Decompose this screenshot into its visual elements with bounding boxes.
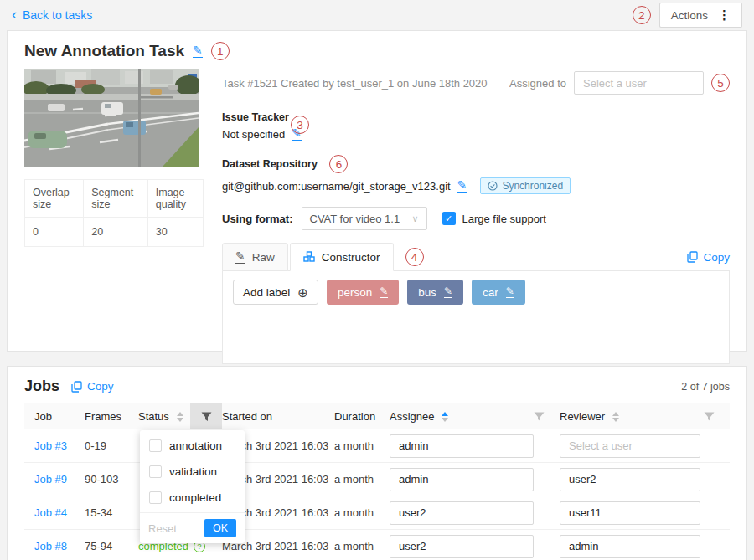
col-assignee[interactable]: Assignee	[390, 403, 560, 429]
col-assignee-label: Assignee	[390, 410, 434, 423]
add-label-button[interactable]: Add label ⊕	[233, 280, 318, 305]
actions-button[interactable]: Actions ⋮	[659, 3, 742, 28]
jobs-table: Job Frames Status Started on Duration As…	[24, 403, 730, 560]
chevron-left-icon: ‹	[12, 7, 17, 22]
job-frames: 75-94	[85, 540, 138, 552]
job-link[interactable]: Job #4	[34, 506, 67, 519]
filter-ok-button[interactable]: OK	[204, 519, 236, 537]
reviewer-input[interactable]	[560, 468, 700, 491]
reviewer-input[interactable]	[560, 501, 700, 525]
reviewer-input[interactable]	[560, 434, 700, 458]
constructor-blocks-icon	[303, 251, 315, 263]
dataset-repository-label: Dataset Repository	[222, 158, 318, 170]
status-sort-carets[interactable]	[177, 412, 183, 422]
plus-circle-icon: ⊕	[297, 286, 308, 299]
col-started: Started on	[222, 403, 334, 429]
filter-option-completed[interactable]: completed	[140, 485, 245, 511]
job-link[interactable]: Job #8	[34, 540, 67, 552]
jobs-count: 2 of 7 jobs	[681, 381, 730, 393]
col-frames: Frames	[85, 403, 138, 429]
edit-title-icon[interactable]: ✎	[193, 44, 203, 58]
labels-copy-button[interactable]: Copy	[687, 251, 730, 264]
col-reviewer-label: Reviewer	[560, 410, 605, 423]
checkbox-validation[interactable]	[149, 465, 162, 478]
assigned-to-input[interactable]	[574, 71, 704, 95]
large-file-label: Large file support	[462, 213, 546, 225]
table-row: Job #3 0-19 March 3rd 2021 16:03 a month	[24, 429, 730, 463]
assignee-input[interactable]	[390, 535, 534, 558]
jobs-copy-button[interactable]: Copy	[71, 380, 114, 393]
copy-icon	[687, 251, 698, 263]
callout-6: 6	[329, 155, 348, 173]
label-bus-name: bus	[418, 286, 436, 299]
filter-option-annotation[interactable]: annotation	[140, 433, 245, 459]
back-to-tasks-link[interactable]: ‹ Back to tasks	[12, 8, 92, 22]
param-value-segment: 20	[84, 218, 148, 247]
col-status[interactable]: Status	[138, 403, 190, 429]
top-bar: ‹ Back to tasks 2 Actions ⋮	[0, 0, 754, 30]
filter-option-validation[interactable]: validation	[140, 459, 245, 485]
job-link[interactable]: Job #3	[34, 439, 67, 452]
back-link-label: Back to tasks	[23, 8, 92, 22]
filter-reset-button[interactable]: Reset	[148, 522, 177, 535]
format-select[interactable]: CVAT for video 1.1 ∨	[302, 207, 427, 230]
jobs-table-header: Job Frames Status Started on Duration As…	[24, 403, 730, 429]
assignee-input[interactable]	[390, 468, 534, 491]
edit-label-icon[interactable]: ✎	[380, 286, 388, 298]
param-value-quality: 30	[147, 218, 203, 247]
status-filter-button[interactable]	[190, 403, 222, 429]
task-title: New Annotation Task	[24, 42, 184, 60]
task-meta: Task #1521 Created by test_user_1 on Jun…	[222, 77, 488, 90]
task-preview-image	[24, 69, 199, 167]
reviewer-sort-carets[interactable]	[612, 412, 619, 422]
sync-badge-label: Synchronized	[502, 180, 563, 192]
checkbox-annotation[interactable]	[149, 439, 162, 452]
col-duration: Duration	[334, 403, 390, 429]
job-link[interactable]: Job #9	[34, 473, 67, 486]
format-select-value: CVAT for video 1.1	[310, 213, 400, 225]
job-duration: a month	[334, 473, 390, 486]
label-tag-person[interactable]: person ✎	[327, 280, 399, 305]
param-header-segment: Segment size	[84, 180, 148, 218]
assignee-sort-carets[interactable]	[442, 412, 448, 422]
labels-copy-label: Copy	[703, 251, 730, 264]
large-file-checkbox[interactable]: ✓	[442, 212, 456, 225]
edit-label-icon[interactable]: ✎	[444, 286, 452, 298]
job-duration: a month	[334, 439, 390, 452]
assignee-filter-button[interactable]	[534, 412, 545, 422]
callout-1: 1	[211, 42, 230, 60]
job-frames: 15-34	[85, 506, 138, 519]
job-duration: a month	[334, 506, 390, 519]
edit-label-icon[interactable]: ✎	[506, 286, 514, 298]
assignee-input[interactable]	[390, 501, 534, 525]
param-header-quality: Image quality	[147, 180, 203, 218]
task-card: New Annotation Task ✎ 1	[7, 30, 747, 352]
tab-raw[interactable]: ✎ Raw	[222, 243, 288, 271]
filter-option-annotation-label: annotation	[169, 439, 222, 452]
sync-status-badge: Synchronized	[480, 177, 571, 194]
callout-5: 5	[711, 74, 730, 92]
tab-constructor[interactable]: Constructor	[290, 243, 394, 271]
job-frames: 90-103	[85, 473, 138, 486]
reviewer-filter-button[interactable]	[704, 412, 715, 422]
label-tag-car[interactable]: car ✎	[472, 280, 525, 305]
copy-icon	[71, 381, 82, 393]
label-person-name: person	[338, 286, 372, 299]
using-format-label: Using format:	[222, 213, 293, 225]
reviewer-input[interactable]	[560, 535, 700, 558]
callout-3: 3	[291, 116, 309, 134]
job-duration: a month	[334, 540, 390, 552]
filter-option-completed-label: completed	[169, 491, 221, 504]
edit-repository-icon[interactable]: ✎	[457, 179, 467, 193]
filter-funnel-icon	[534, 412, 545, 422]
callout-4: 4	[405, 248, 424, 266]
table-row: Job #8 75-94 completed ? March 3rd 2021 …	[24, 530, 730, 560]
jobs-title: Jobs	[24, 378, 59, 395]
status-filter-dropdown: annotation validation completed Reset OK	[140, 430, 245, 543]
col-reviewer[interactable]: Reviewer	[560, 403, 730, 429]
jobs-copy-label: Copy	[87, 380, 114, 393]
checkbox-completed[interactable]	[149, 491, 162, 504]
assignee-input[interactable]	[390, 434, 534, 458]
kebab-menu-icon[interactable]: ⋮	[718, 8, 731, 23]
label-tag-bus[interactable]: bus ✎	[407, 280, 463, 305]
